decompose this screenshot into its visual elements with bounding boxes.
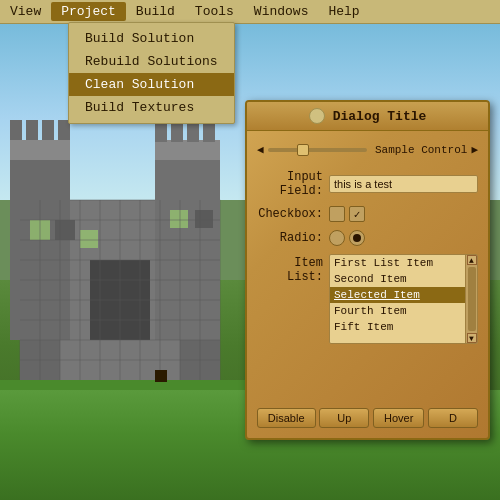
svg-rect-13 [187,122,199,142]
checkbox-label: Checkbox: [257,207,329,221]
d-button[interactable]: D [428,408,478,428]
scroll-up-button[interactable]: ▲ [467,255,477,265]
sample-control-label: Sample Control [375,144,467,156]
disable-button[interactable]: Disable [257,408,316,428]
checkbox-unchecked[interactable] [329,206,345,222]
svg-rect-4 [10,140,70,160]
svg-rect-18 [80,230,98,248]
menubar: View Project Build Tools Windows Help [0,0,500,24]
svg-rect-17 [55,220,75,240]
svg-rect-9 [155,160,220,340]
sample-control-row: ◀ Sample Control ▶ [257,139,478,160]
list-box[interactable]: First List Item Second Item Selected Ite… [329,254,478,344]
checkbox-group [329,206,365,222]
dropdown-item-rebuild-solutions[interactable]: Rebuild Solutions [69,50,234,73]
svg-rect-6 [26,120,38,140]
svg-rect-19 [170,210,188,228]
dialog-content: ◀ Sample Control ▶ Input Field: Checkbox… [247,131,488,360]
radio-selected[interactable] [349,230,365,246]
slider-track[interactable] [268,148,367,152]
svg-rect-5 [10,120,22,140]
input-field[interactable] [329,175,478,193]
list-item-0[interactable]: First List Item [330,255,465,271]
menu-project[interactable]: Project [51,2,126,21]
radio-group [329,230,365,246]
svg-rect-7 [42,120,54,140]
list-item-4[interactable]: Fift Item [330,319,465,335]
dialog-box: Dialog Title ◀ Sample Control ▶ Input Fi… [245,100,490,440]
input-field-row: Input Field: [257,170,478,198]
radio-row: Radio: [257,230,478,246]
checkbox-row: Checkbox: [257,206,478,222]
dialog-titlebar: Dialog Title [247,102,488,131]
scroll-thumb[interactable] [468,267,476,331]
svg-rect-14 [203,122,215,142]
svg-rect-11 [155,122,167,142]
up-button[interactable]: Up [319,408,369,428]
list-item-3[interactable]: Fourth Item [330,303,465,319]
dropdown-item-clean-solution[interactable]: Clean Solution [69,73,234,96]
slider-thumb[interactable] [297,144,309,156]
menu-view[interactable]: View [0,2,51,21]
radio-unselected[interactable] [329,230,345,246]
dialog-buttons: Disable Up Hover D [247,408,488,428]
sample-arrow-left: ◀ [257,143,264,156]
list-item-2[interactable]: Selected Item [330,287,465,303]
menu-build[interactable]: Build [126,2,185,21]
menu-tools[interactable]: Tools [185,2,244,21]
dialog-icon [309,108,325,124]
menu-help[interactable]: Help [318,2,369,21]
input-label: Input Field: [257,170,329,198]
checkbox-checked[interactable] [349,206,365,222]
project-dropdown: Build Solution Rebuild Solutions Clean S… [68,22,235,124]
dialog-title: Dialog Title [333,109,427,124]
svg-rect-39 [155,370,167,382]
list-label: Item List: [257,254,329,284]
hover-button[interactable]: Hover [373,408,424,428]
svg-rect-10 [155,140,220,160]
svg-rect-20 [195,210,213,228]
sample-arrow-right: ▶ [471,143,478,156]
radio-label: Radio: [257,231,329,245]
list-row: Item List: First List Item Second Item S… [257,254,478,344]
scroll-down-button[interactable]: ▼ [467,333,477,343]
list-scrollbar[interactable]: ▲ ▼ [465,255,477,343]
castle [0,80,260,400]
svg-rect-12 [171,122,183,142]
list-item-1[interactable]: Second Item [330,271,465,287]
dropdown-item-build-textures[interactable]: Build Textures [69,96,234,119]
dropdown-item-build-solution[interactable]: Build Solution [69,27,234,50]
menu-windows[interactable]: Windows [244,2,319,21]
